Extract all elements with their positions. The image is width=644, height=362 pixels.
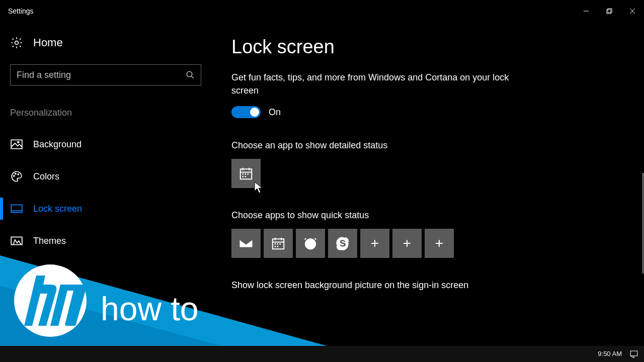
sidebar-item-label: Lock screen — [33, 204, 82, 214]
quick-slot-add[interactable]: + — [425, 229, 454, 258]
svg-rect-1 — [607, 10, 611, 14]
sidebar-item-label: Colors — [33, 171, 59, 182]
scrollbar[interactable] — [642, 173, 644, 274]
svg-rect-42 — [630, 351, 637, 356]
signin-background-label: Show lock screen background picture on t… — [231, 280, 624, 291]
page-title: Lock screen — [231, 36, 624, 58]
quick-slot-skype[interactable] — [328, 229, 357, 258]
svg-line-37 — [305, 238, 306, 240]
calendar-icon — [238, 166, 254, 181]
svg-rect-30 — [277, 243, 279, 245]
gear-icon — [10, 36, 23, 49]
tips-description: Get fun facts, tips, and more from Windo… — [231, 71, 523, 97]
detailed-status-label: Choose an app to show detailed status — [231, 140, 624, 151]
mail-icon — [238, 236, 254, 251]
window-controls — [575, 0, 644, 22]
svg-rect-23 — [243, 176, 244, 177]
notification-icon[interactable] — [629, 349, 639, 358]
quick-status-row: + + + — [231, 229, 624, 258]
main-panel: Lock screen Get fun facts, tips, and mor… — [211, 22, 644, 362]
themes-icon — [10, 234, 23, 247]
sidebar-item-colors[interactable]: Colors — [10, 162, 201, 191]
svg-rect-13 — [11, 205, 22, 212]
svg-rect-22 — [248, 173, 249, 175]
tips-toggle[interactable] — [231, 106, 261, 118]
maximize-button[interactable] — [598, 0, 621, 22]
search-icon — [186, 70, 195, 79]
sidebar-item-label: Themes — [33, 236, 66, 246]
svg-line-38 — [315, 238, 316, 240]
sidebar-item-background[interactable]: Background — [10, 130, 201, 158]
quick-slot-alarm[interactable] — [296, 229, 325, 258]
search-input[interactable] — [17, 70, 178, 80]
title-bar: Settings — [0, 0, 644, 22]
svg-line-7 — [191, 76, 194, 78]
picture-icon — [10, 138, 23, 151]
quick-status-label: Choose apps to show quick status — [231, 210, 624, 221]
svg-point-11 — [15, 173, 16, 174]
search-box[interactable] — [10, 64, 201, 85]
tips-toggle-state: On — [269, 107, 281, 118]
svg-point-12 — [18, 174, 19, 175]
plus-icon: + — [403, 235, 411, 251]
category-label: Personalization — [10, 108, 201, 118]
window-title: Settings — [8, 7, 34, 15]
svg-rect-24 — [245, 176, 247, 177]
sidebar: Home Personalization Background Colors L… — [0, 22, 211, 362]
close-button[interactable] — [621, 0, 644, 22]
svg-rect-29 — [275, 243, 276, 245]
svg-point-10 — [14, 175, 15, 176]
svg-rect-33 — [277, 246, 279, 247]
detailed-status-slot[interactable] — [231, 159, 261, 188]
skype-icon — [335, 235, 351, 251]
quick-slot-add[interactable]: + — [392, 229, 422, 258]
palette-icon — [10, 170, 23, 183]
svg-rect-21 — [245, 173, 247, 175]
plus-icon: + — [371, 235, 379, 251]
plus-icon: + — [435, 235, 443, 251]
svg-rect-32 — [275, 246, 276, 247]
svg-rect-2 — [608, 9, 612, 13]
taskbar: 9:50 AM — [0, 346, 644, 362]
taskbar-clock[interactable]: 9:50 AM — [598, 350, 622, 358]
sidebar-item-label: Background — [33, 139, 82, 150]
home-button[interactable]: Home — [10, 36, 201, 49]
svg-point-6 — [187, 71, 192, 77]
svg-point-9 — [18, 141, 19, 143]
quick-slot-calendar[interactable] — [264, 229, 293, 258]
sidebar-item-themes[interactable]: Themes — [10, 227, 201, 255]
svg-rect-20 — [243, 173, 244, 175]
clock-icon — [303, 236, 318, 251]
minimize-button[interactable] — [575, 0, 598, 22]
sidebar-item-lock-screen[interactable]: Lock screen — [10, 195, 201, 223]
calendar-icon — [271, 236, 286, 251]
quick-slot-add[interactable]: + — [360, 229, 389, 258]
svg-rect-31 — [280, 243, 281, 245]
home-label: Home — [33, 36, 63, 49]
lock-screen-icon — [10, 202, 23, 215]
svg-point-5 — [15, 41, 19, 45]
quick-slot-mail[interactable] — [231, 229, 261, 258]
